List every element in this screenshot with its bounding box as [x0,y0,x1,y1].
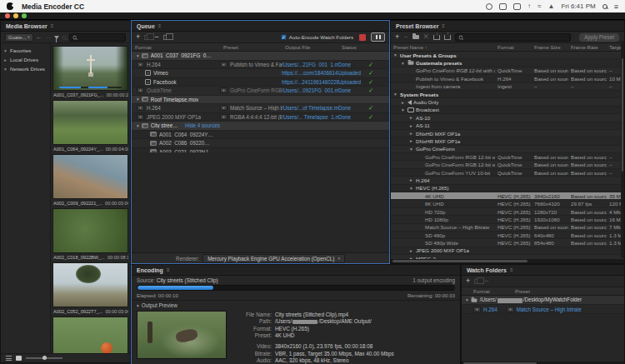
zoom-icon[interactable] [62,35,66,39]
clip-item[interactable]: A002_C009_092221_... 00:00:03:04 [52,154,128,207]
preset-search-input[interactable] [466,35,568,40]
preset-dropdown[interactable]: ▾ [220,87,228,93]
clip-item[interactable]: A002_C052_0922T7_... 00:00:03:04 [52,262,128,315]
preset-row[interactable]: GoPro CineForm RGB 12-bit with alpha Qui… [391,153,624,161]
eject-icon[interactable]: ▲ [548,2,554,10]
back-button[interactable]: ← [36,34,42,41]
preset-settings-icon[interactable]: ✕ [423,33,430,41]
preset-label[interactable]: Match Source – High bitr... [230,105,282,111]
chevron-down-icon[interactable]: ▾ [137,97,139,102]
clip-thumbnail[interactable] [52,46,128,91]
preset-label[interactable]: Publish to Vimeo & Face... [230,62,282,67]
preset-row[interactable]: JPEG 2000 MXF OP1a [391,247,624,255]
queue-row[interactable]: ▾ ↑ ▾ JPEG 2000 MXF OP1a ▾ [132,113,389,122]
remove-button[interactable]: − [154,33,158,41]
location-dropdown[interactable]: Guate... ▾ [5,33,33,42]
panel-menu-icon[interactable]: ≡ [442,23,445,28]
display-icon[interactable] [513,3,521,10]
renderer-dropdown[interactable]: Mercury Playback Engine GPU Acceleration… [202,254,345,263]
media-browser-tab[interactable]: Media Browser ≡ [1,21,130,32]
list-view-icon[interactable] [6,356,12,361]
media-search-box[interactable] [69,33,126,42]
status-icon-2[interactable] [499,3,507,10]
horizontal-scrollbar[interactable] [391,259,624,263]
chevron-icon[interactable]: ▸ [4,57,8,62]
clip-thumbnail[interactable] [52,208,128,253]
preset-row[interactable]: Guatemala presets [391,59,624,67]
preset-row[interactable]: DNxHR MXF OP1a [391,137,624,145]
preset-row[interactable]: Audio Only [391,98,624,106]
chevron-icon[interactable] [410,248,414,253]
queue-row[interactable]: ▾ ↑ ▾ A002_C086_09220G_001 ▾ [132,139,389,148]
preset-browser-tab[interactable]: Preset Browser ≡ [391,21,624,32]
clip-item[interactable]: A002_C018_0922BW_... 00:00:08:13 [52,208,128,261]
output-file-link[interactable]: https://....com/184066142 [282,70,338,76]
preset-row[interactable]: Match Source – High Bitrate HEVC (H.265)… [391,224,624,232]
chevron-icon[interactable] [410,138,414,143]
format-dropdown[interactable]: ▾ [137,114,144,120]
chevron-icon[interactable] [410,123,414,128]
chevron-down-icon[interactable]: ▾ [137,123,139,128]
scrub-bar[interactable] [59,87,122,89]
watch-folder-row[interactable]: ▾ /Users//Desktop/MyWatchFolder [462,296,624,305]
preset-row[interactable]: AS-11 [391,122,624,130]
vertical-scrollbar[interactable] [621,41,624,258]
preset-row[interactable]: GoPro CineForm YUV 10-bit QuickTime Base… [391,169,624,177]
panel-menu-icon[interactable]: ≡ [158,23,162,28]
format-dropdown[interactable]: ▾ [137,87,144,93]
preset-row[interactable]: User Presets & Groups [391,52,624,59]
new-group-icon[interactable] [412,35,419,39]
chevron-icon[interactable] [410,147,414,152]
tree-item[interactable]: ▾ Favorites [1,46,50,55]
panel-menu-icon[interactable]: ≡ [167,267,170,272]
clip-thumbnail[interactable] [52,262,128,307]
hide-sources-link[interactable]: Hide 4 sources [185,122,220,128]
format-dropdown[interactable]: ▾ [137,62,144,67]
search-input[interactable] [79,35,122,40]
chevron-down-icon[interactable]: ▾ [137,303,139,308]
pause-queue-button[interactable] [371,32,385,42]
preset-row[interactable]: DNxHD MXF OP1a [391,130,624,137]
queue-row[interactable]: ▾ ↑ ▾ H.264 ▾ Publi [132,61,389,70]
chevron-down-icon[interactable]: ▾ [466,297,468,302]
auto-encode-checkbox[interactable]: ✓ [281,34,287,40]
preset-row[interactable]: GoPro CineForm [391,146,624,153]
panel-menu-icon[interactable]: ≡ [510,267,513,272]
output-file-link[interactable]: /Users/...21FG_001_1.mp4 [282,62,338,67]
format-label[interactable]: JPEG 2000 MXF OP1a [147,114,201,120]
preset-dropdown[interactable]: ▾ [220,114,228,120]
import-preset-icon[interactable] [433,35,440,40]
preset-row[interactable]: 8K UHD HEVC (H.265) 7680x4320 29.97 fps … [391,200,624,207]
output-file-link[interactable]: /Users/... Timelapse_1.mxf [282,114,338,120]
preset-label[interactable]: RGBA 4:4:4:4 12-bit (BC... [230,114,282,120]
clip-item[interactable]: A001_C037_0921FG_... 00:00:00:20 [52,46,128,98]
thumbnail-size-slider[interactable] [26,357,62,359]
watch-folder-output-row[interactable]: ▾ H.264 ▾ Match Source – High bitrate [462,305,624,314]
preset-row[interactable]: HD 720p HEVC (H.265) 1280x720 Based on s… [391,208,624,216]
clip-thumbnail[interactable] [52,154,128,199]
chevron-icon[interactable]: ▾ [4,67,8,72]
clip-item[interactable] [52,317,128,353]
notification-center-icon[interactable]: ≡ [614,2,618,11]
preset-row[interactable]: SD 480p HEVC (H.265) 640x480 Based on so… [391,232,624,239]
preset-search-box[interactable] [455,33,571,42]
output-file-link[interactable]: /Users/...0921FG_001.mov [282,87,338,93]
forward-button[interactable]: → [45,34,52,41]
apple-menu-icon[interactable] [7,2,13,10]
queue-row[interactable]: ▾ ↑ ▾ QuickTime ▾ G [132,87,389,96]
filter-icon[interactable] [54,36,59,39]
format-label[interactable]: H.264 [147,62,161,67]
chevron-icon[interactable] [410,177,414,182]
stop-queue-button[interactable] [359,34,366,41]
preset-row[interactable]: SD 480p Wide HEVC (H.265) 854x480 Based … [391,239,624,247]
queue-row[interactable]: ▾ ↑ ▾ Roof Timelapse.mov ▾ [132,96,389,105]
output-file-link[interactable]: https://...24119614602283 [282,79,338,85]
queue-empty-area[interactable] [132,152,389,253]
queue-row[interactable]: ▾ ↑ ▾ A001_C037_0921FG_001.mov ▾ [132,52,389,61]
watch-folders-tab[interactable]: Watch Folders ≡ [462,265,624,276]
chevron-icon[interactable] [402,61,406,66]
duplicate-button[interactable] [144,35,150,40]
clip-thumbnail[interactable] [52,317,128,353]
format-label[interactable]: QuickTime [147,87,172,93]
zoom-window-button[interactable] [22,13,27,18]
